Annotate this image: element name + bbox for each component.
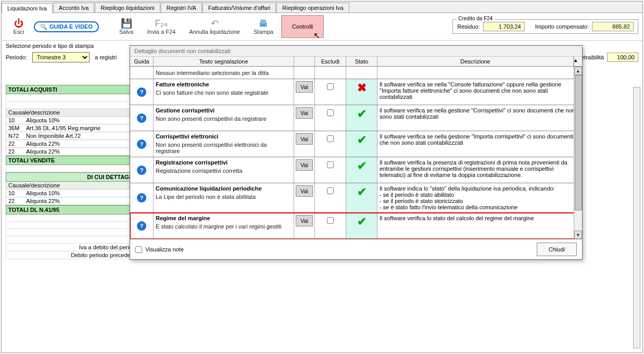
escludi-checkbox[interactable] xyxy=(327,109,334,116)
check-icon: ✔ xyxy=(357,159,367,173)
window-scrollbar[interactable] xyxy=(633,87,640,348)
scroll-thumb[interactable] xyxy=(575,75,582,210)
esci-label: Esci xyxy=(14,29,24,35)
row-title: Registrazione corrispettivi xyxy=(156,159,292,166)
iva-debito-label: Iva a debito del periodo xyxy=(6,244,141,251)
esci-button[interactable]: ⏻ Esci xyxy=(6,16,32,37)
vai-button[interactable]: Vai xyxy=(296,215,313,226)
vai-button[interactable]: Vai xyxy=(296,159,313,171)
row-desc: Il software verifica se nella gestione "… xyxy=(377,131,582,157)
col-testo-header: Testo segnalazione xyxy=(154,57,294,66)
dialog-scrollbar[interactable]: ▴ ▾ xyxy=(574,67,582,239)
escludi-checkbox[interactable] xyxy=(327,217,334,224)
controlli-button[interactable]: Controlli ↖ xyxy=(281,15,324,38)
first-row-text: Nessun intermediario selezionato per la … xyxy=(156,70,292,76)
row-sub: Non sono presenti corrispettivi da regis… xyxy=(156,116,292,122)
help-icon[interactable]: ? xyxy=(137,193,146,203)
col-stato-header: Stato xyxy=(346,57,377,66)
visualizza-note-checkbox[interactable]: Visualizza note xyxy=(135,246,184,253)
help-icon[interactable]: ? xyxy=(137,113,146,123)
salva-label: Salva xyxy=(119,29,134,35)
vai-button[interactable]: Vai xyxy=(296,133,313,145)
row-sub: La Lipe del periodo non è stata abilitat… xyxy=(156,194,292,200)
visualizza-note-input[interactable] xyxy=(135,246,142,253)
vai-button[interactable]: Vai xyxy=(296,185,313,197)
chiudi-button[interactable]: Chiudi xyxy=(537,243,577,256)
row-desc: Il software verifica se nella "Console f… xyxy=(377,79,582,105)
invia-f24-button[interactable]: F₂₄ Invia a F24 xyxy=(142,16,181,37)
periodo-label: Periodo: xyxy=(6,54,27,60)
tab-acconto-iva[interactable]: Acconto Iva xyxy=(53,3,94,12)
guida-video-label: GUIDA E VIDEO xyxy=(49,23,93,30)
grid-row: 22Aliquota 22% xyxy=(6,148,141,156)
tab-bar: Liquidazioni IvaAcconto IvaRiepilogo liq… xyxy=(2,2,642,13)
annulla-button[interactable]: ↶ Annulla liquidazione xyxy=(183,16,246,37)
dialog-footer: Visualizza note Chiudi xyxy=(130,239,582,259)
col-guida-header: Guida xyxy=(130,57,154,66)
visualizza-note-label: Visualizza note xyxy=(145,246,184,252)
row-title: Gestione corrispettivi xyxy=(156,107,292,113)
row-sub: Ci sono fatture che non sono state regis… xyxy=(156,90,292,96)
stampa-button[interactable]: 🖶 Stampa xyxy=(248,16,279,37)
periodo-select[interactable]: Trimestre 3 xyxy=(32,52,90,62)
help-icon[interactable]: ? xyxy=(137,221,146,231)
vai-button[interactable]: Vai xyxy=(296,107,313,119)
annulla-label: Annulla liquidazione xyxy=(189,29,240,35)
row-sub: Registrazione corrispettivi corretta xyxy=(156,168,292,174)
row-title: Fatture elettroniche xyxy=(156,81,292,87)
escludi-checkbox[interactable] xyxy=(327,187,334,194)
tab-riepilogo-liquidazioni[interactable]: Riepilogo liquidazioni xyxy=(95,3,160,12)
di-cui-header: DI CUI DETTAGLIO xyxy=(6,172,141,182)
a-registri-label: a registri xyxy=(95,54,117,60)
tab-registri-iva[interactable]: Registri IVA xyxy=(161,3,202,12)
tab-fatturato-volume-d-affari[interactable]: Fatturato/Volume d'affari xyxy=(203,3,276,12)
row-desc: Il software indica lo "stato" della liqu… xyxy=(377,183,582,212)
dialog-row-intro: Nessun intermediario selezionato per la … xyxy=(130,67,582,79)
credito-legend: Credito da F24 xyxy=(456,16,495,21)
sel-title: Selezione periodo e tipo di stampa xyxy=(6,43,94,49)
vai-button[interactable]: Vai xyxy=(296,81,313,93)
scroll-down-button[interactable]: ▾ xyxy=(574,231,582,239)
grid-row: 22Aliquota 22% xyxy=(6,197,141,205)
salva-button[interactable]: 💾 Salva xyxy=(113,16,140,37)
stampa-label: Stampa xyxy=(254,29,273,35)
escludi-checkbox[interactable] xyxy=(327,135,334,142)
guida-video-button[interactable]: 🔍 GUIDA E VIDEO xyxy=(34,21,99,32)
dialog-row: ?Comunicazione liquidazioni periodicheLa… xyxy=(130,183,582,213)
totali-grid: TOTALI ACQUISTI Causale/descrizione 10Al… xyxy=(6,85,141,259)
help-icon[interactable]: ? xyxy=(137,87,146,97)
row-title: Corrispettivi elettronici xyxy=(156,133,292,140)
residuo-value: 1.703,24 xyxy=(483,22,525,31)
escludi-checkbox[interactable] xyxy=(327,161,334,168)
row-title: Regime del margine xyxy=(156,215,292,221)
importo-label: Importo compensato: xyxy=(535,23,589,30)
grid-row: 36MArt.36 DL.41/95 Reg.margine xyxy=(6,124,141,132)
residuo-label: Residuo: xyxy=(457,23,479,30)
help-icon[interactable]: ? xyxy=(137,140,146,149)
undo-icon: ↶ xyxy=(211,18,219,29)
row-desc: il software verifica se nella gestione "… xyxy=(377,105,582,131)
dialog-row: ?Corrispettivi elettroniciNon sono prese… xyxy=(130,131,582,157)
tab-riepilogo-operazioni-iva[interactable]: Riepilogo operazioni Iva xyxy=(276,3,349,12)
col-escludi-header: Escludi xyxy=(315,57,346,66)
controlli-dialog: Dettaglio documenti non contabilizzati G… xyxy=(130,45,583,260)
debito-prec-label: Debito periodo precedente xyxy=(6,251,141,259)
escludi-checkbox[interactable] xyxy=(327,83,334,90)
row-sub: Non sono presenti corrispettivi elettron… xyxy=(156,142,292,154)
toolbar: ⏻ Esci 🔍 GUIDA E VIDEO 💾 Salva F₂₄ Invia… xyxy=(2,13,642,41)
scroll-up-icon[interactable]: ▴ xyxy=(574,57,582,66)
search-icon: 🔍 xyxy=(40,23,47,30)
grid-row: 10Aliquota 10% xyxy=(6,189,141,197)
dialog-row: ?Registrazione corrispettiviRegistrazion… xyxy=(130,157,582,183)
dialog-row: ?Gestione corrispettiviNon sono presenti… xyxy=(130,105,582,131)
credito-f24-box: Credito da F24 Residuo: 1.703,24 Importo… xyxy=(452,19,638,34)
print-icon: 🖶 xyxy=(259,18,268,29)
help-icon[interactable]: ? xyxy=(137,166,146,175)
check-icon: ✔ xyxy=(357,107,367,121)
scroll-up-button[interactable]: ▴ xyxy=(574,67,582,75)
save-icon: 💾 xyxy=(121,18,132,29)
cross-icon: ✖ xyxy=(357,81,367,95)
totali-acquisti-header: TOTALI ACQUISTI xyxy=(6,85,141,94)
tab-liquidazioni-iva[interactable]: Liquidazioni Iva xyxy=(2,3,53,13)
col-vai-header xyxy=(294,57,315,66)
